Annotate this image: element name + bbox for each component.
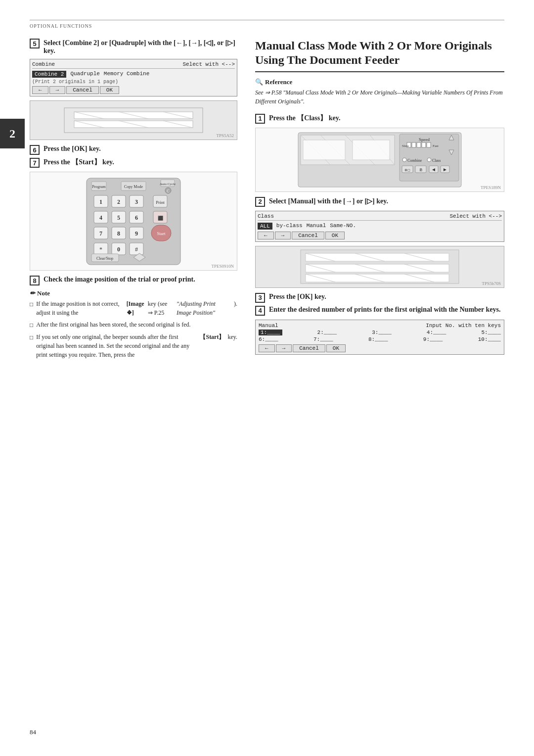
class-btn-cancel[interactable]: Cancel <box>292 232 324 239</box>
manual-btn-ok[interactable]: OK <box>326 344 346 352</box>
reference-text: See ⇒ P.58 "Manual Class Mode With 2 Or … <box>255 88 504 106</box>
step7-number: 7 <box>30 158 40 168</box>
step5-number: 5 <box>30 39 40 48</box>
class-option-by-class[interactable]: by-class <box>276 223 303 230</box>
svg-text:Speed: Speed <box>419 137 430 142</box>
class-option-all[interactable]: ALL <box>258 223 272 230</box>
manual-btn-left[interactable]: ← <box>259 344 275 352</box>
right-column: Manual Class Mode With 2 Or More Origina… <box>255 39 504 363</box>
svg-rect-65 <box>427 142 431 147</box>
class-panel-label: TPES189N <box>481 185 501 190</box>
class-option-manual[interactable]: Manual <box>307 223 326 230</box>
combine-option-2[interactable]: Quadruple <box>70 71 99 78</box>
note-label: Note <box>37 289 50 297</box>
svg-text:🖹: 🖹 <box>419 168 423 172</box>
svg-text:◄: ◄ <box>431 167 436 172</box>
note-item-2: After the first original has been stored… <box>30 320 237 330</box>
svg-text:Program: Program <box>92 185 106 189</box>
svg-text:Auto Cycle: Auto Cycle <box>160 182 176 186</box>
right-step4-text: Enter the desired number of prints for t… <box>269 306 500 314</box>
svg-text:Fast: Fast <box>433 144 439 148</box>
manual-input-panel: Manual Input No. with ten keys 1:____ 2:… <box>255 320 504 355</box>
step7-text: Press the 【Start】 key. <box>44 158 114 167</box>
manual-entry-9: 9:____ <box>423 336 443 342</box>
right-step4-number: 4 <box>255 306 265 316</box>
svg-rect-91 <box>306 274 449 282</box>
class-btn-ok[interactable]: OK <box>325 232 345 239</box>
svg-text:Slow: Slow <box>402 144 409 148</box>
combine-btn-ok[interactable]: OK <box>100 86 119 94</box>
manual-row-2: 6:____ 7:____ 8:____ 9:____ 10:____ <box>259 336 501 343</box>
feeder-label-1: TPS5A52 <box>216 133 234 138</box>
step5-heading: 5 Select [Combine 2] or [Quadruple] with… <box>30 39 237 55</box>
svg-text:►: ► <box>443 167 447 172</box>
combine-btn-left[interactable]: ← <box>32 86 48 94</box>
right-step1-heading: 1 Press the 【Class】 key. <box>255 114 504 124</box>
class-btn-right[interactable]: → <box>275 232 291 239</box>
right-step2-number: 2 <box>255 197 265 207</box>
right-step3-number: 3 <box>255 293 265 303</box>
header-label: Optional Functions <box>30 23 504 29</box>
combine-panel-header: Combine Select with <--> <box>32 61 235 69</box>
note-item-1: If the image position is not correct, ad… <box>30 299 237 317</box>
svg-text:⬛: ⬛ <box>158 215 164 221</box>
svg-rect-83 <box>306 253 449 261</box>
svg-text:⊕◻: ⊕◻ <box>404 168 410 172</box>
section-title: Manual Class Mode With 2 Or More Origina… <box>255 39 504 72</box>
class-panel-title: Class <box>258 213 274 219</box>
manual-entry-4: 4:____ <box>427 330 446 335</box>
svg-text:9: 9 <box>135 230 138 237</box>
class-btn-left[interactable]: ← <box>258 232 274 239</box>
manual-entry-2: 2:____ <box>317 330 337 335</box>
manual-entry-8: 8:____ <box>368 336 388 342</box>
step6-number: 6 <box>30 145 40 155</box>
svg-rect-57 <box>303 140 345 160</box>
svg-rect-63 <box>417 142 421 147</box>
class-panel-options: ALL by-class Manual Same-NO. <box>258 222 502 231</box>
combine-option-1[interactable]: Combine 2 <box>32 71 66 78</box>
step6-text: Press the [OK] key. <box>44 145 101 153</box>
left-column: 5 Select [Combine 2] or [Quadruple] with… <box>30 39 237 363</box>
manual-btn-right[interactable]: → <box>276 344 292 352</box>
class-panel-header: Class Select with <--> <box>258 213 502 221</box>
manual-entry-6: 6:____ <box>259 336 278 342</box>
right-step2-heading: 2 Select [Manual] with the [→] or [▷] ke… <box>255 197 504 207</box>
step8-number: 8 <box>30 276 40 285</box>
step6-heading: 6 Press the [OK] key. <box>30 145 237 155</box>
combine-panel: Combine Select with <--> Combine 2 Quadr… <box>30 59 237 96</box>
combine-panel-title: Combine <box>32 61 55 67</box>
combine-btn-right[interactable]: → <box>49 86 66 94</box>
right-step1-number: 1 <box>255 114 265 124</box>
class-select-panel: Class Select with <--> ALL by-class Manu… <box>255 211 504 242</box>
svg-text:5: 5 <box>117 214 120 221</box>
svg-rect-58 <box>353 140 390 160</box>
manual-header-right: Input No. with ten keys <box>426 323 501 329</box>
feeder-label-2: TPS5b70S <box>482 281 501 286</box>
combine-panel-select: Select with <--> <box>182 61 235 67</box>
class-option-same-no[interactable]: Same-NO. <box>330 223 356 230</box>
right-step1-text: Press the 【Class】 key. <box>269 114 340 123</box>
svg-text:C: C <box>167 189 169 193</box>
feeder-svg <box>59 103 208 138</box>
svg-text:7: 7 <box>99 230 102 237</box>
svg-text:Print: Print <box>156 200 165 205</box>
svg-text:0: 0 <box>117 246 120 253</box>
right-step3-text: Press the [OK] key. <box>269 293 326 301</box>
header-rule <box>30 20 504 20</box>
manual-btn-cancel[interactable]: Cancel <box>293 344 325 352</box>
class-panel-select: Select with <--> <box>449 213 502 219</box>
keypad-label: TPES0910N <box>211 264 234 269</box>
combine-panel-options: Combine 2 Quadruple Memory Combine <box>32 70 235 79</box>
svg-text:Class: Class <box>432 158 441 163</box>
svg-rect-87 <box>306 264 449 272</box>
right-step4-heading: 4 Enter the desired number of prints for… <box>255 306 504 316</box>
combine-option-3[interactable]: Memory Combine <box>104 71 149 78</box>
reference-label: Reference <box>265 78 292 86</box>
manual-header-left: Manual <box>259 323 278 329</box>
class-panel-image: Speed Slow Fast Combine Clas <box>255 128 504 192</box>
main-content: 5 Select [Combine 2] or [Quadruple] with… <box>30 39 504 363</box>
combine-btn-cancel[interactable]: Cancel <box>66 86 99 94</box>
svg-text:#: # <box>135 246 138 253</box>
svg-point-70 <box>402 158 406 162</box>
keypad-image: Program Copy Mode Auto Cycle C 1 2 3 <box>30 172 237 271</box>
